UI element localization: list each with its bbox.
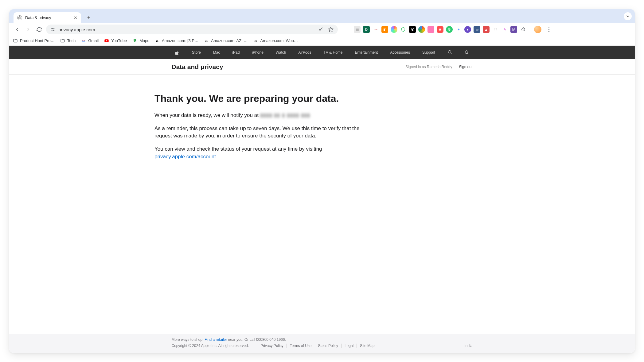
bookmark-label: Gmail xyxy=(88,38,99,43)
bookmark-label: Amazon.com: Woo… xyxy=(260,38,298,43)
extension-icon[interactable]: ✎ xyxy=(501,26,508,33)
bag-icon[interactable] xyxy=(464,50,469,55)
browser-tab[interactable]: Data & privacy ✕ xyxy=(14,12,81,23)
address-bar[interactable]: privacy.apple.com xyxy=(46,25,338,34)
extension-icon[interactable]: ▤ xyxy=(354,26,361,33)
extension-icon[interactable]: ▭ xyxy=(474,26,480,33)
bookmark-label: Tech xyxy=(67,38,76,43)
svg-point-9 xyxy=(448,51,451,53)
amazon-icon: a xyxy=(253,38,258,43)
forward-button[interactable] xyxy=(24,25,33,34)
status-prefix: You can view and check the status of you… xyxy=(154,146,322,152)
bookmark-item[interactable]: Gmail xyxy=(81,38,99,43)
status-suffix: . xyxy=(216,154,217,160)
nav-airpods[interactable]: AirPods xyxy=(298,50,311,55)
extension-icon[interactable] xyxy=(418,26,425,33)
extension-icon[interactable]: ⦿ xyxy=(409,26,416,33)
svg-point-8 xyxy=(135,40,135,40)
extensions-puzzle-icon[interactable] xyxy=(520,26,526,33)
amazon-icon: a xyxy=(204,38,209,43)
notify-paragraph: When your data is ready, we will notify … xyxy=(154,112,363,119)
main-heading: Thank you. We are preparing your data. xyxy=(154,93,363,104)
svg-marker-6 xyxy=(329,27,333,32)
password-key-icon[interactable] xyxy=(318,27,324,32)
close-tab-icon[interactable]: ✕ xyxy=(74,15,77,20)
extensions-row: ▤ D 〰 ◧ ⦿ ◉ G ✦ ▾ ▭ ▲ ⬚ ✎ IA xyxy=(345,26,552,33)
bookmark-item[interactable]: Tech xyxy=(60,38,76,43)
footer-link-sales[interactable]: Sales Policy xyxy=(315,344,342,348)
bookmark-label: Amazon.com: AZL… xyxy=(211,38,248,43)
nav-watch[interactable]: Watch xyxy=(276,50,286,55)
copyright-text: Copyright © 2024 Apple Inc. All rights r… xyxy=(172,344,249,348)
page-footer: More ways to shop: Find a retailer near … xyxy=(9,334,635,353)
browser-menu-button[interactable] xyxy=(545,27,552,32)
extension-icon[interactable]: IA xyxy=(510,26,517,33)
bookmark-label: Maps xyxy=(139,38,149,43)
bookmark-label: YouTube xyxy=(111,38,127,43)
region-selector[interactable]: India xyxy=(464,344,472,348)
nav-store[interactable]: Store xyxy=(192,50,201,55)
bookmark-star-icon[interactable] xyxy=(328,27,334,32)
nav-accessories[interactable]: Accessories xyxy=(390,50,410,55)
amazon-icon: a xyxy=(155,38,160,43)
tab-title: Data & privacy xyxy=(25,15,51,20)
nav-support[interactable]: Support xyxy=(422,50,435,55)
extension-icon[interactable]: D xyxy=(363,26,370,33)
extension-icon[interactable] xyxy=(391,26,397,33)
apple-logo-icon[interactable] xyxy=(175,50,180,55)
apple-global-nav: Store Mac iPad iPhone Watch AirPods TV &… xyxy=(9,46,635,59)
nav-ipad[interactable]: iPad xyxy=(232,50,240,55)
footer-phone: 000800 040 1966. xyxy=(256,337,286,342)
sign-out-link[interactable]: Sign out xyxy=(459,65,472,69)
svg-point-3 xyxy=(52,28,53,29)
footer-link-terms[interactable]: Terms of Use xyxy=(287,344,315,348)
svg-point-4 xyxy=(53,30,54,31)
bookmark-item[interactable]: a Amazon.com: [3 P… xyxy=(155,38,198,43)
footer-link-privacy[interactable]: Privacy Policy xyxy=(257,344,287,348)
reload-button[interactable] xyxy=(35,25,44,34)
bookmark-label: Product Hunt Pro… xyxy=(20,38,55,43)
extension-icon[interactable] xyxy=(400,26,407,33)
nav-entertainment[interactable]: Entertainment xyxy=(355,50,378,55)
bookmark-item[interactable]: Product Hunt Pro… xyxy=(13,38,55,43)
youtube-icon xyxy=(104,38,109,43)
extension-icon[interactable]: ⬚ xyxy=(492,26,499,33)
bookmark-item[interactable]: a Amazon.com: AZL… xyxy=(204,38,248,43)
footer-shop-mid: near you. Or call xyxy=(227,337,256,342)
extension-icon[interactable]: ▲ xyxy=(483,26,490,33)
footer-shop-line: More ways to shop: Find a retailer near … xyxy=(172,337,473,342)
url-text: privacy.apple.com xyxy=(58,27,315,32)
status-link[interactable]: privacy.apple.com/account xyxy=(154,154,216,160)
extension-icon[interactable]: 〰 xyxy=(372,26,379,33)
main-content: Thank you. We are preparing your data. W… xyxy=(9,75,635,334)
page-content: Store Mac iPad iPhone Watch AirPods TV &… xyxy=(9,46,635,353)
back-button[interactable] xyxy=(13,25,21,34)
extension-icon[interactable]: ◉ xyxy=(437,26,443,33)
footer-shop-prefix: More ways to shop: xyxy=(172,337,205,342)
maps-icon xyxy=(132,38,137,43)
nav-mac[interactable]: Mac xyxy=(213,50,220,55)
footer-link-legal[interactable]: Legal xyxy=(342,344,357,348)
signed-in-label: Signed in as Ramesh Reddy xyxy=(405,65,452,69)
bookmark-item[interactable]: Maps xyxy=(132,38,149,43)
profile-avatar[interactable] xyxy=(534,26,541,33)
extension-icon[interactable] xyxy=(427,26,434,33)
find-retailer-link[interactable]: Find a retailer xyxy=(205,337,227,342)
search-icon[interactable] xyxy=(447,50,452,55)
extension-icon[interactable]: ✦ xyxy=(455,26,462,33)
browser-toolbar: privacy.apple.com ▤ D 〰 ◧ ⦿ ◉ G ✦ xyxy=(9,23,635,36)
nav-tv-home[interactable]: TV & Home xyxy=(323,50,342,55)
extension-icon[interactable]: G xyxy=(446,26,453,33)
bookmark-item[interactable]: YouTube xyxy=(104,38,127,43)
extension-icon[interactable] xyxy=(345,26,351,33)
tab-strip: Data & privacy ✕ + xyxy=(9,9,635,23)
new-tab-button[interactable]: + xyxy=(84,13,93,22)
tabs-dropdown-button[interactable] xyxy=(624,12,632,20)
extension-icon[interactable]: ◧ xyxy=(381,26,388,33)
extension-icon[interactable]: ▾ xyxy=(464,26,471,33)
bookmark-item[interactable]: a Amazon.com: Woo… xyxy=(253,38,298,43)
page-sub-header: Data and privacy Signed in as Ramesh Red… xyxy=(9,59,635,75)
nav-iphone[interactable]: iPhone xyxy=(252,50,263,55)
footer-link-sitemap[interactable]: Site Map xyxy=(357,344,377,348)
site-settings-icon[interactable] xyxy=(50,27,55,32)
